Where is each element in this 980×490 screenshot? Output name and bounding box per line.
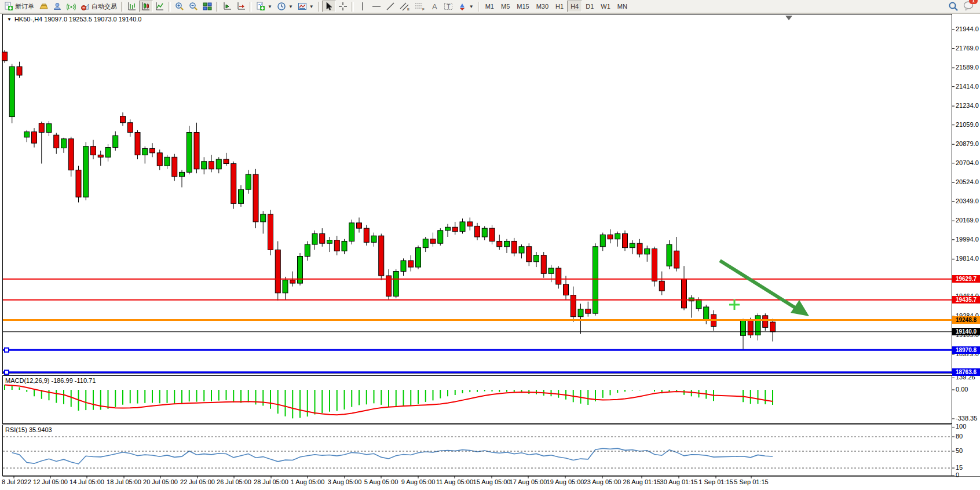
rsi-axis-label: 50 [956,447,963,454]
text-label-tool-button[interactable]: T [441,1,455,12]
chart-dropdown-triangle-icon: ▼ [7,17,12,22]
arrows-tool-button[interactable]: ▼ [455,1,476,12]
candle-body [224,159,229,163]
candle-body [637,243,642,254]
timeframe-button-m1[interactable]: M1 [482,1,498,12]
candle-body [68,139,74,170]
rsi-axis-label: 80 [956,433,963,440]
chart-shift-button[interactable] [220,1,234,12]
time-axis-label: 3 Aug 05:00 [328,478,362,485]
timeframe-button-w1[interactable]: W1 [597,1,614,12]
candle-body [371,236,376,242]
candle-body [408,261,414,267]
text-label-icon: T [444,2,453,11]
candle-body [608,235,613,239]
candle-body [150,148,155,152]
auto-scroll-button[interactable] [234,1,248,12]
time-axis-label: 19 Aug 05:00 [547,478,584,485]
deposit-button[interactable] [36,1,50,12]
candle-body [180,172,185,176]
indicators-button[interactable]: ▼ [295,1,316,12]
profile-button[interactable] [50,1,64,12]
chart-canvas[interactable] [0,0,980,490]
candle-body [423,239,428,248]
timeframe-button-h1[interactable]: H1 [552,1,567,12]
signals-button[interactable] [64,1,78,12]
equidistant-channel-tool-button[interactable]: E [397,1,412,12]
time-axis-label: 28 Jul 05:00 [254,478,288,485]
fibonacci-tool-button[interactable]: F [412,1,427,12]
time-axis-label: 1 Sep 01:15 [699,478,733,485]
macd-axis-label: -338.35 [956,415,977,422]
svg-text:T: T [447,3,451,10]
dropdown-arrow-icon: ▼ [309,4,314,9]
timeframe-button-h4[interactable]: H4 [567,1,582,12]
timeframe-button-m15[interactable]: M15 [513,1,532,12]
candle-body [526,247,532,262]
candle-body [460,222,465,232]
timeframe-button-mn[interactable]: MN [614,1,631,12]
candle-body [17,67,22,75]
tile-windows-button[interactable] [200,1,214,12]
search-button[interactable] [948,1,959,12]
new-order-button[interactable]: 新订单 [2,1,36,12]
trendline-tool-button[interactable] [383,1,397,12]
candle-body [475,226,480,237]
candle-body [556,268,561,284]
vertical-line-tool-button[interactable] [356,1,370,12]
bar-chart-button[interactable] [125,1,139,12]
price-axis-label: 21059.0 [956,121,979,128]
line-chart-button[interactable] [153,1,167,12]
zoom-in-button[interactable] [173,1,187,12]
autotrading-button[interactable]: 自动交易 [78,1,119,12]
cursor-tool-button[interactable] [322,1,336,12]
candle-body [659,281,664,291]
candle-body [704,307,709,320]
candlestick-chart-button[interactable] [139,1,153,12]
templates-button[interactable]: ▼ [254,1,275,12]
crosshair-tool-button[interactable] [336,1,350,12]
zoom-out-button[interactable] [187,1,200,12]
candle-body [2,52,8,61]
main-toolbar: 新订单 自动交易 ▼ ▼ [0,0,980,13]
cross-marker[interactable] [729,304,740,306]
price-badge: 18970.8 [952,346,980,354]
candle-body [239,189,244,203]
profile-icon [53,2,62,11]
periods-button[interactable]: ▼ [275,1,295,12]
candle-body [32,132,37,144]
candle-body [209,162,214,169]
line-drag-handle[interactable] [5,370,9,374]
time-axis-label: 26 Jul 05:00 [217,478,251,485]
horizontal-line-tool-button[interactable] [370,1,383,12]
candle-body [748,320,753,335]
candle-body [76,170,81,198]
rsi-axis-label: 100 [956,423,966,430]
timeframe-button-d1[interactable]: D1 [582,1,597,12]
candle-body [600,235,605,246]
text-tool-button[interactable]: A [427,1,441,12]
timeframe-button-m5[interactable]: M5 [498,1,513,12]
timeframe-button-m30[interactable]: M30 [533,1,552,12]
bar-chart-icon [127,2,137,11]
candle-body [105,148,111,158]
time-axis-label: 9 Aug 05:00 [401,478,436,485]
candle-body [268,214,273,250]
price-axis-label: 21589.0 [956,64,979,71]
candle-body [83,147,89,197]
time-axis-label: 23 Aug 05:00 [584,478,621,485]
candle-body [416,248,421,267]
line-drag-handle[interactable] [5,348,9,352]
candle-body [519,247,524,253]
dropdown-arrow-icon: ▼ [288,4,293,9]
candle-body [497,241,502,246]
price-axis-label: 20524.0 [956,178,979,185]
chat-button[interactable]: 1 [963,1,974,13]
candle-body [578,309,583,317]
candle-body [630,243,635,247]
time-axis-label: 26 Aug 01:15 [623,478,661,485]
time-axis-label: 22 Jul 05:00 [180,478,215,485]
price-axis-label: 20169.0 [956,217,979,224]
candle-body [246,174,251,189]
autotrading-label: 自动交易 [92,2,117,11]
